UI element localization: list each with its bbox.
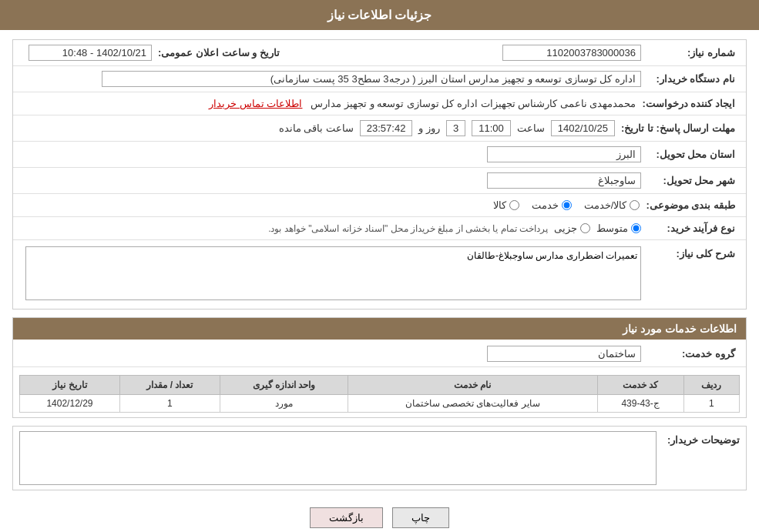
process-label-motovaset: متوسط: [596, 223, 628, 234]
category-option-kala-khadamat[interactable]: کالا/خدمت: [584, 199, 640, 211]
group-service-value: ساختمان: [487, 346, 641, 362]
radio-kala-khadamat[interactable]: [630, 200, 640, 210]
deadline-label: مهلت ارسال پاسخ: تا تاریخ:: [621, 122, 740, 134]
description-textarea[interactable]: [25, 246, 641, 300]
province-label: استان محل تحویل:: [647, 149, 740, 160]
category-label: طبقه بندی موضوعی:: [646, 199, 740, 211]
deadline-days: 3: [446, 120, 465, 136]
col-row: ردیف: [683, 376, 739, 395]
deadline-time: 11:00: [472, 120, 511, 136]
cell-unit: مورد: [220, 395, 348, 413]
services-table: ردیف کد خدمت نام خدمت واحد اندازه گیری ت…: [19, 375, 740, 413]
process-label-jozi: جزیی: [554, 223, 577, 234]
deadline-day-label: روز و: [418, 122, 440, 134]
deadline-remaining-label: ساعت باقی مانده: [279, 122, 354, 134]
process-label: نوع فرآیند خرید:: [647, 223, 740, 234]
category-label-khadamat: خدمت: [532, 199, 559, 211]
col-date: تاریخ نیاز: [20, 376, 120, 395]
buyer-org-value: اداره کل توسازی توسعه و تجهیز مدارس استا…: [102, 71, 641, 87]
print-button[interactable]: چاپ: [392, 507, 449, 528]
buyer-org-label: نام دستگاه خریدار:: [647, 73, 740, 85]
radio-kala[interactable]: [509, 200, 519, 210]
radio-jozi[interactable]: [580, 223, 590, 233]
process-option-jozi[interactable]: جزیی: [554, 223, 590, 234]
need-number-value: 1102003783000036: [502, 45, 641, 61]
category-label-kala: کالا: [493, 199, 506, 211]
cell-date: 1402/12/29: [20, 395, 120, 413]
buyer-notes-label: توضیحات خریدار:: [663, 431, 740, 446]
province-value: البرز: [487, 146, 641, 162]
col-unit: واحد اندازه گیری: [220, 376, 348, 395]
deadline-date: 1402/10/25: [551, 120, 615, 136]
city-label: شهر محل تحویل:: [647, 175, 740, 186]
cell-quantity: 1: [119, 395, 220, 413]
col-quantity: تعداد / مقدار: [119, 376, 220, 395]
buyer-notes-textarea[interactable]: [19, 431, 657, 485]
process-note: پرداخت تمام یا بخشی از مبلغ خریداز محل "…: [268, 223, 548, 234]
announce-datetime-label: تاریخ و ساعت اعلان عمومی:: [158, 47, 284, 59]
back-button[interactable]: بازگشت: [310, 507, 383, 528]
category-label-kala-khadamat: کالا/خدمت: [584, 199, 627, 211]
creator-value: محمدمهدی ناعمی کارشناس تجهیزات اداره کل …: [311, 98, 636, 109]
city-value: ساوجبلاغ: [487, 172, 641, 189]
col-code: کد خدمت: [597, 376, 683, 395]
category-option-kala[interactable]: کالا: [493, 199, 519, 211]
table-row: 1ج-43-439سایر فعالیت‌های تخصصی ساختمانمو…: [20, 395, 740, 413]
deadline-time-label: ساعت: [517, 122, 545, 134]
services-section-title: اطلاعات خدمات مورد نیاز: [13, 318, 746, 340]
description-label: شرح کلی نیاز:: [647, 245, 740, 259]
creator-label: ایجاد کننده درخواست:: [642, 98, 740, 109]
process-option-motovaset[interactable]: متوسط: [596, 223, 641, 234]
group-service-label: گروه خدمت:: [647, 348, 740, 360]
radio-motovaset[interactable]: [631, 223, 641, 233]
cell-name: سایر فعالیت‌های تخصصی ساختمان: [348, 395, 598, 413]
radio-khadamat[interactable]: [562, 200, 572, 210]
category-option-khadamat[interactable]: خدمت: [532, 199, 572, 211]
announce-datetime-value: 1402/10/21 - 10:48: [29, 45, 152, 61]
col-name: نام خدمت: [348, 376, 598, 395]
cell-row: 1: [683, 395, 739, 413]
deadline-remaining: 23:57:42: [360, 120, 413, 136]
need-number-label: شماره نیاز:: [647, 47, 740, 59]
page-title: جزئیات اطلاعات نیاز: [0, 0, 759, 30]
cell-code: ج-43-439: [597, 395, 683, 413]
contact-link[interactable]: اطلاعات تماس خریدار: [209, 98, 302, 109]
